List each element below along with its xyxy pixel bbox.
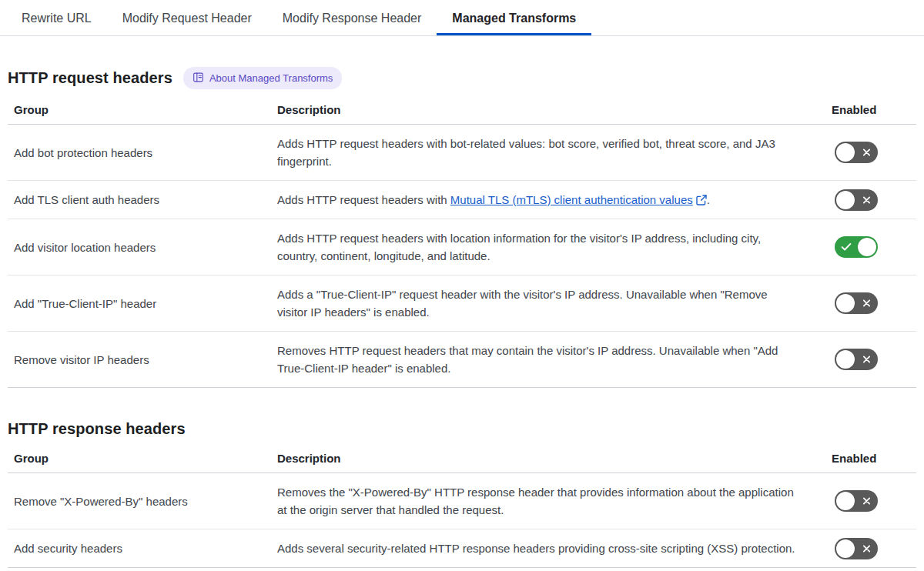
table-row: Add visitor location headersAdds HTTP re…	[8, 219, 916, 275]
column-header-description: Description	[277, 103, 832, 116]
description-cell: Adds HTTP request headers with Mutual TL…	[277, 181, 832, 219]
description-cell: Adds a "True-Client-IP" request header w…	[277, 275, 832, 331]
description-cell: Adds several security-related HTTP respo…	[277, 529, 832, 567]
enabled-toggle-off[interactable]	[835, 349, 878, 370]
table-row: Add "True-Client-IP" headerAdds a "True-…	[8, 275, 916, 332]
group-cell: Add visitor location headers	[8, 232, 277, 263]
enabled-toggle-off[interactable]	[835, 142, 878, 163]
check-icon	[841, 243, 852, 252]
about-managed-transforms-label: About Managed Transforms	[209, 73, 333, 83]
enabled-cell	[832, 292, 916, 314]
response-headers-title: HTTP response headers	[8, 420, 186, 438]
group-cell: Remove "X-Powered-By" headers	[8, 486, 277, 517]
column-header-enabled: Enabled	[832, 452, 916, 465]
column-header-group: Group	[8, 103, 277, 116]
column-header-description: Description	[277, 452, 832, 465]
enabled-cell	[832, 189, 916, 211]
toggle-knob	[858, 238, 876, 256]
enabled-toggle-on[interactable]	[835, 236, 878, 258]
x-icon	[862, 543, 872, 553]
tab-modify-request-header[interactable]: Modify Request Header	[107, 0, 267, 35]
request-headers-section: HTTP request headers About Managed Trans…	[8, 67, 916, 388]
x-icon	[862, 148, 872, 158]
table-header-row: Group Description Enabled	[8, 99, 916, 125]
x-icon	[862, 496, 872, 506]
enabled-cell	[832, 349, 916, 370]
enabled-toggle-off[interactable]	[835, 538, 878, 559]
book-icon	[192, 72, 204, 85]
enabled-cell	[832, 490, 916, 512]
description-link[interactable]: Mutual TLS (mTLS) client authentication …	[450, 193, 707, 206]
description-cell: Adds HTTP request headers with bot-relat…	[277, 125, 832, 180]
x-icon	[862, 195, 872, 205]
toggle-knob	[836, 294, 855, 312]
table-header-row: Group Description Enabled	[8, 448, 916, 473]
description-cell: Removes the "X-Powered-By" HTTP response…	[277, 473, 832, 529]
external-link-icon	[696, 195, 707, 205]
description-cell: Removes HTTP request headers that may co…	[277, 332, 832, 387]
table-row: Remove visitor IP headersRemoves HTTP re…	[8, 332, 916, 388]
response-headers-section: HTTP response headers Group Description …	[8, 420, 916, 568]
enabled-toggle-off[interactable]	[835, 189, 878, 211]
transform-rules-tab-bar: Rewrite URL Modify Request Header Modify…	[0, 0, 924, 36]
table-row: Add security headersAdds several securit…	[8, 529, 916, 568]
group-cell: Add bot protection headers	[8, 137, 277, 169]
toggle-knob	[836, 539, 855, 558]
enabled-cell	[832, 236, 916, 258]
toggle-knob	[836, 492, 855, 510]
tab-rewrite-url[interactable]: Rewrite URL	[6, 0, 107, 35]
request-headers-title: HTTP request headers	[8, 69, 172, 87]
enabled-cell	[832, 538, 916, 559]
request-headers-table: Group Description Enabled Add bot protec…	[8, 99, 916, 388]
enabled-toggle-off[interactable]	[835, 292, 878, 314]
table-row: Add bot protection headersAdds HTTP requ…	[8, 125, 916, 181]
toggle-knob	[836, 350, 855, 369]
group-cell: Add TLS client auth headers	[8, 184, 277, 215]
description-cell: Adds HTTP request headers with location …	[277, 219, 832, 275]
response-headers-table: Group Description Enabled Remove "X-Powe…	[8, 448, 916, 568]
tab-modify-response-header[interactable]: Modify Response Header	[267, 0, 437, 35]
group-cell: Add "True-Client-IP" header	[8, 288, 277, 319]
table-row: Remove "X-Powered-By" headersRemoves the…	[8, 473, 916, 529]
table-row: Add TLS client auth headersAdds HTTP req…	[8, 181, 916, 219]
group-cell: Remove visitor IP headers	[8, 344, 277, 376]
enabled-toggle-off[interactable]	[835, 490, 878, 512]
enabled-cell	[832, 142, 916, 163]
x-icon	[862, 355, 872, 365]
x-icon	[862, 299, 872, 309]
column-header-group: Group	[8, 452, 277, 465]
group-cell: Add security headers	[8, 533, 277, 564]
tab-managed-transforms[interactable]: Managed Transforms	[437, 0, 591, 35]
toggle-knob	[836, 143, 855, 162]
toggle-knob	[836, 191, 855, 209]
about-managed-transforms-badge[interactable]: About Managed Transforms	[183, 67, 342, 89]
column-header-enabled: Enabled	[832, 103, 916, 116]
